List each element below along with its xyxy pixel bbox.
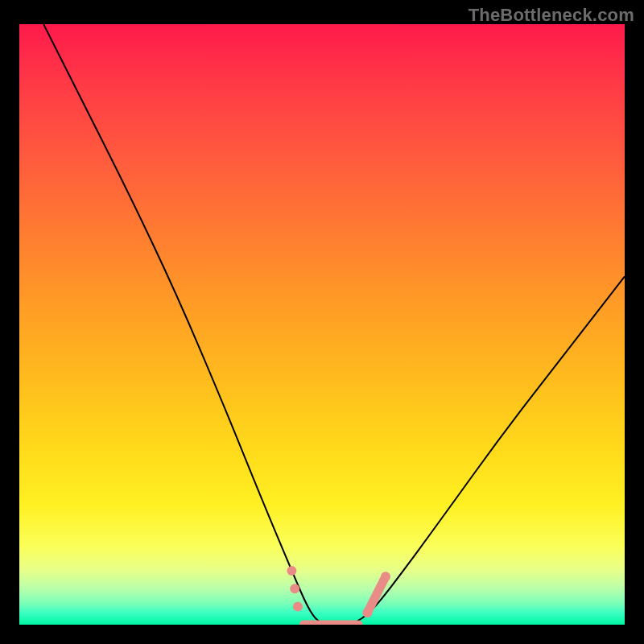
marker-dot [293, 602, 303, 612]
curve-layer [19, 24, 625, 625]
chart-stage: TheBottleneck.com [0, 0, 644, 644]
bottleneck-curve [43, 24, 625, 625]
marker-dot [290, 584, 299, 593]
marker-dot [362, 608, 372, 617]
marker-band [367, 576, 386, 613]
plot-area [19, 24, 625, 625]
watermark-text: TheBottleneck.com [469, 5, 634, 26]
marker-dot [287, 566, 296, 576]
curve-path [43, 24, 625, 625]
marker-dot [381, 572, 390, 581]
